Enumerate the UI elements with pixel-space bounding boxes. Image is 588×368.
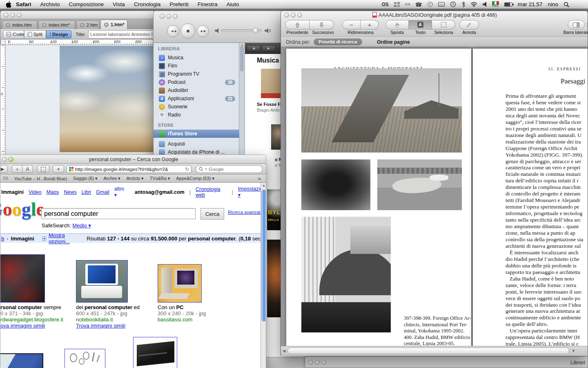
sidebar-item-film[interactable]: Film	[154, 62, 239, 70]
sidebar-item-itunes-store[interactable]: iTunes Store	[154, 130, 239, 138]
design-view-button[interactable]: Design	[46, 30, 71, 38]
sync-alert-icon[interactable]: !	[428, 1, 433, 8]
search-input[interactable]	[209, 167, 254, 172]
new-tab-button[interactable]: +	[53, 165, 64, 173]
bookmark-item[interactable]: Appe&Comp (63) ▾	[176, 176, 214, 181]
close-tab-icon[interactable]: ×	[80, 23, 85, 27]
advanced-search-link[interactable]: Ricerca avanzata	[228, 210, 263, 215]
previous-track-button[interactable]: ◄◄	[167, 25, 179, 37]
scrollbar-thumb[interactable]	[240, 45, 244, 72]
address-bar[interactable]: ↻	[67, 165, 192, 173]
volume-menu-icon[interactable]	[483, 1, 487, 8]
result-image-black-device[interactable]	[133, 337, 177, 368]
increase-text-button[interactable]: A	[22, 165, 33, 173]
input-language-flag-icon[interactable]: PRO	[492, 1, 499, 8]
zoom-button[interactable]	[9, 157, 13, 162]
text-tool-button-selected[interactable]: A	[409, 20, 432, 29]
google-search-input[interactable]	[41, 208, 196, 219]
sidebar-item-programmi-tv[interactable]: Programmi TV	[154, 70, 239, 78]
bookmark-item[interactable]: Saggio (6) ▾	[73, 176, 97, 181]
zoom-button[interactable]	[17, 13, 22, 18]
select-tool-button[interactable]	[432, 20, 455, 29]
close-button[interactable]	[4, 13, 9, 18]
close-button[interactable]	[160, 14, 165, 19]
sidebar-item-audiolibri[interactable]: Audiolibri	[154, 86, 239, 94]
nav-link-altro[interactable]: altro ▾	[114, 186, 127, 198]
close-tab-icon[interactable]: ×	[104, 22, 109, 27]
spotlight-icon[interactable]	[564, 1, 569, 8]
nav-link-libri[interactable]: Libri	[81, 189, 91, 195]
zoom-button[interactable]	[321, 360, 326, 365]
menu-cronologia[interactable]: Cronologia	[129, 1, 165, 7]
close-tab-icon[interactable]: ×	[6, 23, 10, 27]
bookmark-item[interactable]: Arctcts ▾	[126, 176, 143, 181]
sidebar-item-acquisti[interactable]: Acquisti	[154, 140, 239, 148]
nav-link-news[interactable]: News	[64, 189, 76, 195]
nav-link-maps[interactable]: Maps	[47, 189, 59, 195]
minimize-button[interactable]	[2, 157, 7, 162]
store-back-button[interactable]: ◄	[247, 45, 261, 52]
safesearch-value-link[interactable]: Medio ▾	[72, 222, 91, 229]
tab-2-htm[interactable]: ×2.htm	[76, 20, 99, 29]
album-artist[interactable]: Biagio Anto	[257, 108, 280, 112]
result-image-laptops[interactable]	[0, 254, 45, 303]
search-field[interactable]: ▼	[196, 165, 263, 173]
spaces-menu-icon[interactable]	[394, 1, 400, 8]
bookmark-item[interactable]: TVs&Ra ▾	[150, 176, 170, 181]
annotate-button[interactable]	[459, 20, 479, 29]
result-image-person[interactable]	[0, 353, 43, 368]
battery-menu-icon[interactable]	[504, 1, 512, 8]
scroll-down-arrow-icon[interactable]: ▼	[572, 349, 575, 353]
close-button[interactable]	[308, 360, 313, 365]
result-image-desktop-pc[interactable]	[158, 264, 202, 303]
sort-search-priority-selected[interactable]: Priorità di ricerca	[314, 38, 362, 45]
stop-button[interactable]: ■	[180, 23, 196, 38]
volume-knob[interactable]	[253, 28, 258, 33]
menu-clock[interactable]: mar 21.57	[518, 1, 543, 7]
pdf-horizontal-scrollbar[interactable]: ◀ ▼	[281, 346, 588, 356]
sidebar-item-podcast[interactable]: Podcast35	[154, 78, 239, 86]
cerca-button[interactable]: Cerca	[200, 208, 224, 220]
scrollbar-thumb[interactable]	[287, 348, 569, 354]
breadcrumb-web-link[interactable]: b	[1, 236, 4, 242]
sidebar-item-musica[interactable]: ♪Musica	[154, 54, 239, 62]
sidebar-toggle-button[interactable]	[568, 20, 585, 29]
page-scrollbar[interactable]: ▲	[261, 183, 266, 368]
time-machine-icon[interactable]	[450, 1, 456, 8]
result-image-doodle[interactable]	[65, 349, 105, 368]
zoom-in-button[interactable]: +	[361, 20, 379, 29]
bookmarks-overflow-chevron[interactable]: »	[258, 175, 266, 182]
scrollbar-thumb[interactable]	[261, 190, 266, 321]
next-page-button[interactable]	[310, 20, 334, 29]
fast-user-switching-menu[interactable]: nino	[548, 1, 558, 7]
plus-box-icon[interactable]: +	[42, 236, 46, 241]
bookmarks-grid-icon[interactable]: ⠿⠿	[3, 176, 8, 181]
search-options-chevron[interactable]: ▼	[205, 168, 207, 171]
sort-page-order[interactable]: Ordine pagine	[377, 39, 410, 45]
wifi-menu-icon[interactable]	[470, 1, 477, 8]
apple-menu[interactable]	[0, 1, 11, 8]
store-forward-button[interactable]: ►	[262, 45, 276, 52]
web-clip-button[interactable]	[37, 165, 49, 173]
phone-menu-icon[interactable]: ☎	[415, 1, 422, 8]
dreamweaver-titlebar[interactable]	[0, 11, 155, 19]
background-window-titlebar[interactable]: Libreri	[305, 356, 588, 368]
sidebar-item-applicazioni[interactable]: AApplicazioni22	[154, 94, 239, 103]
zoom-button[interactable]	[297, 13, 302, 18]
menu-composizione[interactable]: Composizione	[65, 1, 109, 7]
url-input[interactable]	[75, 167, 183, 172]
bookmark-item[interactable]: YouTube – H...Bondi Blue)	[14, 176, 67, 181]
close-tab-icon[interactable]: ×	[42, 23, 47, 27]
display-menu-icon[interactable]	[438, 1, 445, 8]
scroll-up-arrow-icon[interactable]: ▲	[262, 184, 265, 187]
scroll-left-arrow-icon[interactable]: ◀	[283, 349, 285, 353]
tab-index-htm[interactable]: ×index.htm	[2, 20, 37, 29]
zoom-button[interactable]	[173, 14, 178, 19]
menu-safari[interactable]: Safari	[11, 1, 36, 7]
reload-icon[interactable]: ↻	[185, 166, 189, 172]
web-history-link[interactable]: Cronologia web	[196, 186, 227, 198]
next-track-button[interactable]: ►►	[197, 25, 209, 37]
split-view-button[interactable]: Split	[24, 30, 46, 38]
decrease-text-button[interactable]: A	[12, 165, 22, 173]
bookmark-item[interactable]: Archre ▾	[103, 176, 120, 181]
